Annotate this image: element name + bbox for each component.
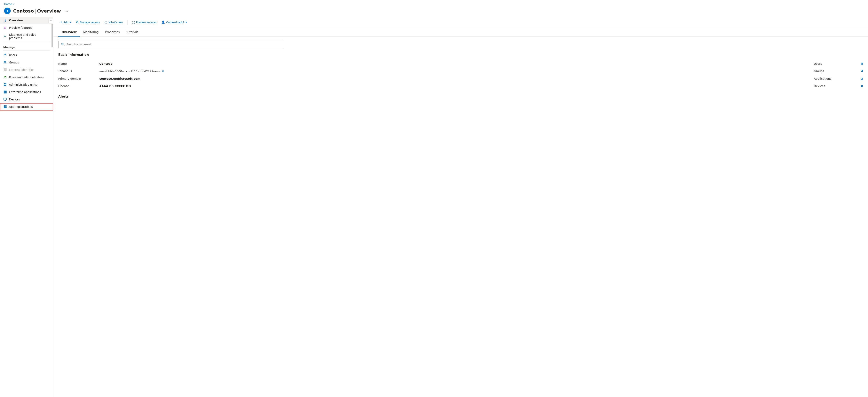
svg-rect-17	[4, 100, 6, 101]
tab-properties[interactable]: Properties	[102, 28, 123, 36]
users-count-link[interactable]: 8	[847, 60, 863, 67]
info-label-tenant-id: Tenant ID	[58, 67, 99, 75]
info-stat-label-users: Users	[802, 60, 847, 67]
sidebar-item-label-external-identities: External Identities	[9, 68, 34, 72]
roles-icon	[3, 75, 7, 79]
sidebar-item-label-groups: Groups	[9, 61, 19, 64]
svg-rect-13	[5, 91, 6, 92]
manage-tenants-icon: ⚙	[76, 20, 79, 24]
got-feedback-label: Got feedback?	[166, 21, 184, 24]
sidebar-collapse-button[interactable]: «	[49, 18, 53, 23]
title-separator: |	[35, 8, 36, 13]
tab-monitoring[interactable]: Monitoring	[80, 28, 102, 36]
add-label: Add	[63, 21, 68, 24]
sidebar-item-label-admin-units: Administrative units	[9, 83, 37, 86]
svg-rect-9	[5, 83, 6, 84]
preview-features-label: Preview features	[136, 21, 157, 24]
sidebar-item-overview[interactable]: ℹ Overview	[0, 17, 53, 24]
tab-overview[interactable]: Overview	[58, 28, 80, 36]
manage-section-label: Manage	[0, 43, 53, 50]
manage-tenants-button[interactable]: ⚙ Manage tenants	[74, 19, 102, 25]
sidebar-item-administrative-units[interactable]: Administrative units	[0, 81, 53, 88]
more-options-button[interactable]: ···	[63, 8, 69, 14]
got-feedback-button[interactable]: 👤 Got feedback? ▾	[159, 19, 189, 25]
tenant-id-value: aaaabbbb-0000-cccc-1111-dddd2222eeee	[99, 69, 160, 73]
diagnose-icon: ✂	[3, 34, 7, 38]
sidebar-divider-2	[3, 50, 50, 51]
got-feedback-dropdown-icon: ▾	[186, 21, 187, 24]
sidebar-item-enterprise-applications[interactable]: Enterprise applications	[0, 88, 53, 96]
sidebar: « ℹ Overview ⊞ Preview features ✂ Diagno…	[0, 17, 53, 397]
search-icon: 🔍	[61, 42, 65, 46]
alerts-section-title: Alerts	[58, 95, 863, 98]
info-stat-label-devices: Devices	[802, 82, 847, 90]
enterprise-apps-icon	[3, 90, 7, 94]
svg-rect-6	[5, 70, 6, 71]
sidebar-item-label-app-registrations: App registrations	[9, 105, 33, 108]
add-button[interactable]: + Add ▾	[58, 19, 73, 25]
breadcrumb: Home ›	[0, 0, 868, 6]
sidebar-item-label-devices: Devices	[9, 98, 20, 101]
sidebar-item-diagnose-problems[interactable]: ✂ Diagnose and solve problems	[0, 31, 53, 41]
content-area: + Add ▾ ⚙ Manage tenants ⬚ What's new ⬚ …	[53, 17, 868, 397]
devices-icon	[3, 97, 7, 101]
copy-tenant-id-button[interactable]: ⧉	[162, 69, 164, 73]
page-header: i Contoso|Overview ···	[0, 6, 868, 17]
tab-tutorials[interactable]: Tutorials	[123, 28, 142, 36]
sidebar-item-label-roles: Roles and administrators	[9, 76, 43, 79]
svg-rect-8	[4, 83, 5, 84]
page-icon: i	[4, 8, 11, 14]
overview-label: Overview	[37, 8, 61, 13]
preview-features-toolbar-icon: ⬚	[132, 21, 135, 24]
external-identities-icon	[3, 68, 7, 72]
tabs-bar: Overview Monitoring Properties Tutorials	[53, 28, 868, 36]
admin-units-icon	[3, 83, 7, 86]
toolbar-separator	[127, 20, 128, 25]
svg-rect-20	[4, 107, 5, 108]
add-dropdown-icon: ▾	[69, 21, 71, 24]
info-value-tenant-id: aaaabbbb-0000-cccc-1111-dddd2222eeee ⧉	[99, 67, 802, 75]
svg-rect-21	[5, 107, 6, 108]
got-feedback-icon: 👤	[161, 21, 165, 24]
sidebar-item-devices[interactable]: Devices	[0, 96, 53, 103]
tenant-name: Contoso	[13, 8, 34, 13]
info-value-license: AAAA BB CCCCC DD	[99, 82, 802, 90]
info-value-primary-domain: contoso.onmicrosoft.com	[99, 75, 802, 82]
sidebar-item-roles-administrators[interactable]: Roles and administrators	[0, 74, 53, 81]
main-layout: « ℹ Overview ⊞ Preview features ✂ Diagno…	[0, 17, 868, 397]
svg-rect-16	[4, 98, 6, 100]
app-registrations-icon	[3, 105, 7, 109]
info-value-name: Contoso	[99, 60, 802, 67]
sidebar-item-label-preview-features: Preview features	[9, 26, 32, 29]
sidebar-item-app-registrations[interactable]: App registrations	[0, 103, 53, 111]
breadcrumb-home-link[interactable]: Home	[4, 2, 12, 5]
sidebar-item-preview-features[interactable]: ⊞ Preview features	[0, 24, 53, 31]
svg-rect-3	[4, 68, 5, 69]
search-box[interactable]: 🔍	[58, 41, 284, 48]
whats-new-button[interactable]: ⬚ What's new	[102, 19, 125, 25]
content-body: 🔍 Basic information Name Contoso Users 8…	[53, 36, 868, 103]
overview-icon: ℹ	[3, 19, 7, 22]
sidebar-item-users[interactable]: Users	[0, 51, 53, 59]
preview-features-button[interactable]: ⬚ Preview features	[130, 19, 159, 25]
groups-count-link[interactable]: 4	[847, 67, 863, 75]
svg-rect-12	[4, 91, 5, 92]
info-stat-label-applications: Applications	[802, 75, 847, 82]
search-input[interactable]	[66, 43, 281, 46]
whats-new-icon: ⬚	[105, 21, 107, 24]
add-plus-icon: +	[60, 20, 62, 24]
sidebar-item-label-users: Users	[9, 53, 17, 57]
svg-rect-10	[4, 85, 5, 86]
basic-info-title: Basic information	[58, 53, 863, 57]
manage-tenants-label: Manage tenants	[80, 21, 100, 24]
sidebar-item-groups[interactable]: Groups	[0, 59, 53, 66]
applications-count-link[interactable]: 3	[847, 75, 863, 82]
sidebar-item-external-identities[interactable]: External Identities	[0, 66, 53, 74]
page-title: Contoso|Overview	[13, 8, 61, 13]
alerts-section: Alerts	[58, 95, 863, 98]
whats-new-label: What's new	[108, 21, 123, 24]
sidebar-item-label-enterprise-apps: Enterprise applications	[9, 90, 41, 94]
devices-count-link[interactable]: 0	[847, 82, 863, 90]
info-stat-label-groups: Groups	[802, 67, 847, 75]
sidebar-item-label-overview: Overview	[9, 19, 24, 22]
